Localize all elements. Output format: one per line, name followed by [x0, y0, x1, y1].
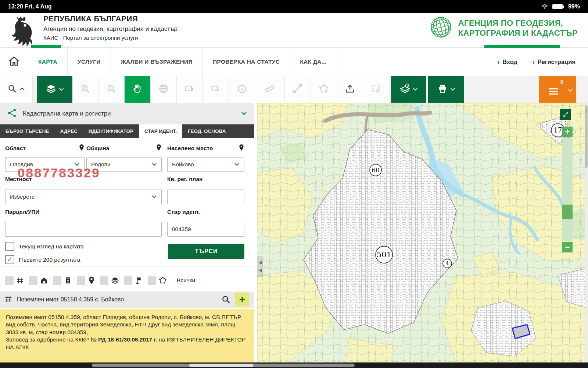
toolbar-layer-info-button[interactable]	[391, 76, 426, 103]
result-add-button[interactable]: +	[235, 293, 249, 307]
location-pin-icon	[156, 144, 162, 153]
grid-parcel-icon	[4, 295, 12, 304]
register-arrow-icon: ›	[532, 58, 535, 66]
expand-icon: ⤢	[563, 111, 568, 118]
toolbar-measure-ruler-button[interactable]	[255, 76, 285, 103]
search-submit-button[interactable]: ТЪРСИ	[168, 244, 244, 259]
header-agency-subtitle: Агенция по геодезия, картография и кадас…	[43, 25, 178, 33]
tab-old-identifier[interactable]: СТАР ИДЕНТ.	[139, 124, 182, 138]
mestnost-select[interactable]: Изберете	[5, 190, 162, 204]
nav-item-status-check[interactable]: ПРОВЕРКА НА СТАТУС	[203, 48, 290, 76]
tab-identifier[interactable]: ИДЕНТИФИКАТОР	[83, 124, 139, 138]
filter-checkbox[interactable]	[53, 276, 61, 285]
result-row[interactable]: Поземлен имот 05150.4.359 с. Бойково +	[0, 291, 254, 308]
nav-item-map[interactable]: КАРТА	[28, 48, 68, 76]
kais-portal-app: 13:20 Fri, 4 Aug 99% РЕПУБЛИКА БЪЛГАРИЯ …	[0, 0, 588, 368]
toolbar-pan-button[interactable]	[125, 76, 151, 103]
status-time: 13:20 Fri, 4 Aug	[8, 3, 52, 10]
oblast-select[interactable]: Пловдив	[5, 157, 85, 172]
toolbar-print-button[interactable]	[428, 76, 464, 103]
survey-flag-icon[interactable]	[135, 276, 143, 284]
horizontal-scrollbar-thumb-inner[interactable]	[189, 364, 254, 367]
checkbox-current-view[interactable]: Текущ изглед на картата	[5, 242, 84, 251]
map-zoom-in-button[interactable]: +	[562, 127, 573, 137]
map-type-selector[interactable]: Кадастрална карта и регистри	[0, 103, 254, 124]
star-ident-input[interactable]	[167, 222, 244, 237]
filter-checkbox[interactable]	[148, 276, 156, 285]
rect-zoom-out-icon	[211, 84, 221, 95]
agency-logo: АГЕНЦИЯ ПО ГЕОДЕЗИЯ, КАРТОГРАФИЯ И КАДАС…	[429, 15, 578, 41]
tab-geodetic-basis[interactable]: ГЕОД. ОСНОВА	[182, 124, 231, 138]
cart-button[interactable]: 0	[539, 76, 576, 103]
layers-icon	[46, 84, 56, 95]
vertical-scrollbar[interactable]	[585, 103, 588, 362]
filter-checkbox[interactable]	[5, 276, 14, 285]
horizontal-scrollbar[interactable]	[0, 362, 588, 368]
zoom-slider-track[interactable]	[562, 138, 573, 241]
toolbar-zoom-rect-in-button[interactable]	[177, 76, 203, 103]
location-pin-icon[interactable]	[88, 276, 95, 285]
checkbox-first-200[interactable]: ✓ Първите 200 резултата	[5, 255, 80, 264]
toolbar-zoom-rect-out-button[interactable]	[203, 76, 229, 103]
register-link[interactable]: › Регистрация	[532, 58, 576, 66]
toolbar-measure-area-button[interactable]	[311, 76, 337, 103]
filter-checkbox[interactable]	[77, 276, 85, 285]
agency-logo-line2: КАРТОГРАФИЯ И КАДАСТЪР	[458, 28, 578, 38]
naseleno-select[interactable]: Бойково	[167, 157, 244, 172]
cadastral-map-canvas[interactable]: 60 501 4 17 ⤢ + − ◀ ◀	[257, 103, 588, 362]
toolbar-zoom-out-button[interactable]	[98, 76, 125, 103]
globe-icon	[158, 84, 169, 95]
tab-address[interactable]: АДРЕС	[54, 124, 83, 138]
toolbar-measure-line-button[interactable]	[285, 76, 311, 103]
layers-icon[interactable]	[111, 276, 119, 284]
mestnost-label: Местност	[5, 176, 85, 183]
vertical-scrollbar-thumb[interactable]	[585, 105, 588, 168]
toolbar-overview-button[interactable]	[151, 76, 177, 103]
toolbar-upload-button[interactable]	[337, 76, 363, 103]
polygon-zone-icon[interactable]	[159, 276, 167, 284]
result-zoom-to-icon[interactable]	[221, 295, 231, 304]
tab-quick-search[interactable]: БЪРЗО ТЪРСЕНЕ	[0, 124, 54, 138]
grid-parcel-icon[interactable]	[16, 276, 24, 284]
chevron-down-icon	[241, 110, 247, 117]
login-link[interactable]: › Вход	[497, 58, 517, 66]
region-marker: 501	[377, 250, 391, 259]
parcel-input[interactable]	[5, 222, 162, 237]
map-render: 60 501 4 17	[257, 103, 588, 362]
panel-collapse-handle[interactable]: ◀ ◀	[257, 256, 263, 277]
map-zoom-out-button[interactable]: −	[562, 242, 573, 252]
nav-item-services[interactable]: УСЛУГИ	[68, 48, 111, 76]
filter-checkbox[interactable]	[100, 276, 108, 285]
region-marker: 60	[372, 166, 380, 174]
layers-info-icon	[400, 84, 410, 95]
toolbar-info-button[interactable]	[229, 76, 255, 103]
header-republic-title: РЕПУБЛИКА БЪЛГАРИЯ	[43, 14, 178, 23]
toolbar-layers-button[interactable]	[37, 76, 72, 103]
filter-checkbox[interactable]	[29, 276, 37, 285]
kvartal-input[interactable]	[167, 190, 244, 204]
toolbar-search-button[interactable]	[0, 76, 33, 103]
wifi-icon	[541, 4, 548, 10]
agency-logo-line1: АГЕНЦИЯ ПО ГЕОДЕЗИЯ,	[458, 18, 578, 28]
globe-logo-icon	[429, 15, 453, 41]
fullscreen-button[interactable]: ⤢	[560, 109, 571, 120]
parcel-label: Парцел/УПИ	[5, 209, 85, 215]
checkbox-unchecked	[5, 242, 14, 251]
toolbar-zoom-in-button[interactable]	[72, 76, 98, 103]
cart-list-icon	[549, 88, 558, 96]
map-toolbar: 0	[0, 76, 588, 103]
obshtina-select[interactable]: Родопи	[86, 157, 162, 172]
building-house-icon[interactable]	[40, 276, 48, 284]
filters-all-label[interactable]: Всички	[177, 277, 195, 284]
old-identifier-form: Област Община Населено място Пловдив Род…	[0, 138, 254, 267]
region-marker: 17	[554, 126, 562, 134]
home-button[interactable]	[0, 48, 28, 76]
filter-checkbox[interactable]	[124, 276, 132, 285]
chevron-down-icon	[151, 194, 157, 200]
nav-item-howto[interactable]: КАК ДА...	[290, 48, 337, 76]
toolbar-select-region-button[interactable]	[363, 76, 389, 103]
naseleno-label: Населено място	[167, 144, 244, 153]
apartment-icon[interactable]	[64, 276, 72, 284]
nav-item-complaints[interactable]: ЖАЛБИ И ВЪЗРАЖЕНИЯ	[111, 48, 203, 76]
zoom-slider-thumb[interactable]	[562, 205, 573, 219]
